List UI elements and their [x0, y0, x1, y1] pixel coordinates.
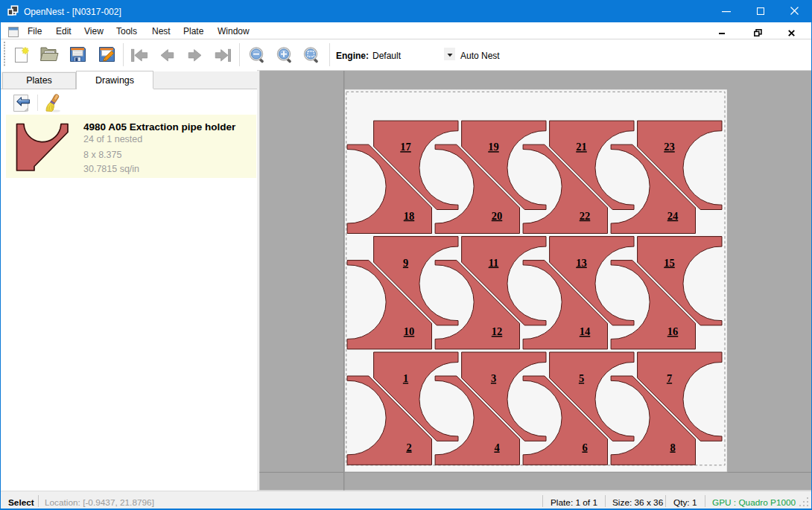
svg-text:4: 4	[494, 442, 499, 453]
svg-text:17: 17	[400, 141, 411, 153]
svg-text:6: 6	[582, 442, 587, 453]
svg-text:8: 8	[670, 442, 675, 453]
svg-text:20: 20	[492, 210, 503, 222]
svg-text:16: 16	[667, 325, 679, 337]
svg-text:22: 22	[580, 210, 591, 222]
svg-text:1: 1	[403, 372, 408, 384]
svg-text:15: 15	[664, 257, 675, 269]
svg-text:21: 21	[576, 141, 587, 153]
svg-text:13: 13	[576, 257, 587, 269]
svg-text:11: 11	[489, 257, 499, 269]
svg-text:10: 10	[404, 325, 415, 337]
svg-text:7: 7	[667, 372, 672, 384]
svg-text:14: 14	[580, 325, 591, 337]
svg-text:2: 2	[406, 442, 411, 453]
svg-text:24: 24	[667, 210, 679, 222]
svg-text:5: 5	[579, 372, 584, 384]
svg-text:9: 9	[403, 257, 408, 269]
svg-text:18: 18	[404, 210, 415, 222]
svg-text:12: 12	[492, 325, 503, 337]
svg-text:23: 23	[664, 141, 675, 153]
svg-text:19: 19	[488, 141, 499, 153]
svg-text:3: 3	[491, 372, 496, 384]
